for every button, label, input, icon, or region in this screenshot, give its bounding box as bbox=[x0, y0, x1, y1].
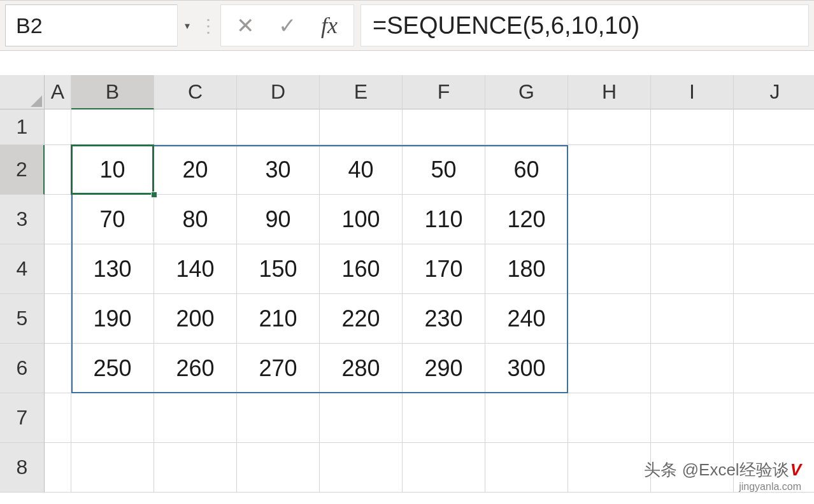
cell-G5[interactable]: 240 bbox=[485, 294, 568, 344]
cell-F1[interactable] bbox=[403, 109, 485, 145]
cell-B1[interactable] bbox=[71, 109, 154, 145]
cell-J6[interactable] bbox=[734, 344, 814, 393]
cell-F7[interactable] bbox=[403, 393, 485, 443]
cell-B7[interactable] bbox=[71, 393, 154, 443]
cell-D6[interactable]: 270 bbox=[237, 344, 320, 393]
row-header-4[interactable]: 4 bbox=[0, 244, 45, 294]
cell-A1[interactable] bbox=[45, 109, 71, 145]
cell-H6[interactable] bbox=[568, 344, 651, 393]
column-header-H[interactable]: H bbox=[568, 75, 651, 109]
cell-C8[interactable] bbox=[154, 443, 237, 493]
cell-I3[interactable] bbox=[651, 195, 734, 244]
column-header-J[interactable]: J bbox=[734, 75, 814, 109]
column-header-F[interactable]: F bbox=[403, 75, 485, 109]
row-header-1[interactable]: 1 bbox=[0, 109, 45, 145]
cell-A3[interactable] bbox=[45, 195, 71, 244]
cell-I4[interactable] bbox=[651, 244, 734, 294]
cell-C2[interactable]: 20 bbox=[154, 145, 237, 195]
cell-H7[interactable] bbox=[568, 393, 651, 443]
cell-E5[interactable]: 220 bbox=[320, 294, 403, 344]
cell-D8[interactable] bbox=[237, 443, 320, 493]
column-header-I[interactable]: I bbox=[651, 75, 734, 109]
cell-B2[interactable]: 10 bbox=[71, 145, 154, 195]
cell-I2[interactable] bbox=[651, 145, 734, 195]
column-header-E[interactable]: E bbox=[320, 75, 403, 109]
cell-C6[interactable]: 260 bbox=[154, 344, 237, 393]
row-header-2[interactable]: 2 bbox=[0, 145, 45, 195]
spreadsheet-grid[interactable]: ABCDEFGHIJ121020304050603708090100110120… bbox=[0, 75, 814, 493]
row-header-8[interactable]: 8 bbox=[0, 443, 45, 493]
fill-handle[interactable] bbox=[151, 192, 157, 198]
cell-E7[interactable] bbox=[320, 393, 403, 443]
insert-function-button[interactable]: fx bbox=[309, 6, 350, 45]
cell-J4[interactable] bbox=[734, 244, 814, 294]
cell-C4[interactable]: 140 bbox=[154, 244, 237, 294]
column-header-C[interactable]: C bbox=[154, 75, 237, 109]
cell-I1[interactable] bbox=[651, 109, 734, 145]
cell-H8[interactable] bbox=[568, 443, 651, 493]
cell-H4[interactable] bbox=[568, 244, 651, 294]
cell-I5[interactable] bbox=[651, 294, 734, 344]
cell-C7[interactable] bbox=[154, 393, 237, 443]
cell-I7[interactable] bbox=[651, 393, 734, 443]
column-header-D[interactable]: D bbox=[237, 75, 320, 109]
cell-I6[interactable] bbox=[651, 344, 734, 393]
cell-F5[interactable]: 230 bbox=[403, 294, 485, 344]
cell-D3[interactable]: 90 bbox=[237, 195, 320, 244]
cell-D7[interactable] bbox=[237, 393, 320, 443]
cell-F6[interactable]: 290 bbox=[403, 344, 485, 393]
cell-G3[interactable]: 120 bbox=[485, 195, 568, 244]
cell-A4[interactable] bbox=[45, 244, 71, 294]
cell-B6[interactable]: 250 bbox=[71, 344, 154, 393]
row-header-6[interactable]: 6 bbox=[0, 344, 45, 393]
cell-D4[interactable]: 150 bbox=[237, 244, 320, 294]
cell-B4[interactable]: 130 bbox=[71, 244, 154, 294]
select-all-corner[interactable] bbox=[0, 75, 45, 109]
cell-D1[interactable] bbox=[237, 109, 320, 145]
name-box[interactable] bbox=[5, 4, 196, 46]
cell-A8[interactable] bbox=[45, 443, 71, 493]
cell-J5[interactable] bbox=[734, 294, 814, 344]
cell-G8[interactable] bbox=[485, 443, 568, 493]
cell-A6[interactable] bbox=[45, 344, 71, 393]
cell-H1[interactable] bbox=[568, 109, 651, 145]
cell-E6[interactable]: 280 bbox=[320, 344, 403, 393]
cell-C3[interactable]: 80 bbox=[154, 195, 237, 244]
cell-A5[interactable] bbox=[45, 294, 71, 344]
cell-D5[interactable]: 210 bbox=[237, 294, 320, 344]
cell-H5[interactable] bbox=[568, 294, 651, 344]
cell-E8[interactable] bbox=[320, 443, 403, 493]
cell-F4[interactable]: 170 bbox=[403, 244, 485, 294]
cell-B3[interactable]: 70 bbox=[71, 195, 154, 244]
cell-J3[interactable] bbox=[734, 195, 814, 244]
cell-G2[interactable]: 60 bbox=[485, 145, 568, 195]
row-header-3[interactable]: 3 bbox=[0, 195, 45, 244]
cell-G1[interactable] bbox=[485, 109, 568, 145]
column-header-B[interactable]: B bbox=[71, 75, 154, 109]
cell-G4[interactable]: 180 bbox=[485, 244, 568, 294]
cell-B8[interactable] bbox=[71, 443, 154, 493]
cell-A2[interactable] bbox=[45, 145, 71, 195]
cell-H3[interactable] bbox=[568, 195, 651, 244]
cell-C1[interactable] bbox=[154, 109, 237, 145]
cell-D2[interactable]: 30 bbox=[237, 145, 320, 195]
cell-E3[interactable]: 100 bbox=[320, 195, 403, 244]
cell-C5[interactable]: 200 bbox=[154, 294, 237, 344]
cell-F3[interactable]: 110 bbox=[403, 195, 485, 244]
cell-E4[interactable]: 160 bbox=[320, 244, 403, 294]
cell-H2[interactable] bbox=[568, 145, 651, 195]
cell-J2[interactable] bbox=[734, 145, 814, 195]
cell-G7[interactable] bbox=[485, 393, 568, 443]
cell-F8[interactable] bbox=[403, 443, 485, 493]
column-header-A[interactable]: A bbox=[45, 75, 71, 109]
row-header-5[interactable]: 5 bbox=[0, 294, 45, 344]
cell-J7[interactable] bbox=[734, 393, 814, 443]
cell-E1[interactable] bbox=[320, 109, 403, 145]
cell-F2[interactable]: 50 bbox=[403, 145, 485, 195]
formula-input[interactable] bbox=[361, 4, 809, 46]
cell-G6[interactable]: 300 bbox=[485, 344, 568, 393]
cell-A7[interactable] bbox=[45, 393, 71, 443]
row-header-7[interactable]: 7 bbox=[0, 393, 45, 443]
cell-B5[interactable]: 190 bbox=[71, 294, 154, 344]
name-box-dropdown[interactable]: ▾ bbox=[177, 4, 196, 46]
